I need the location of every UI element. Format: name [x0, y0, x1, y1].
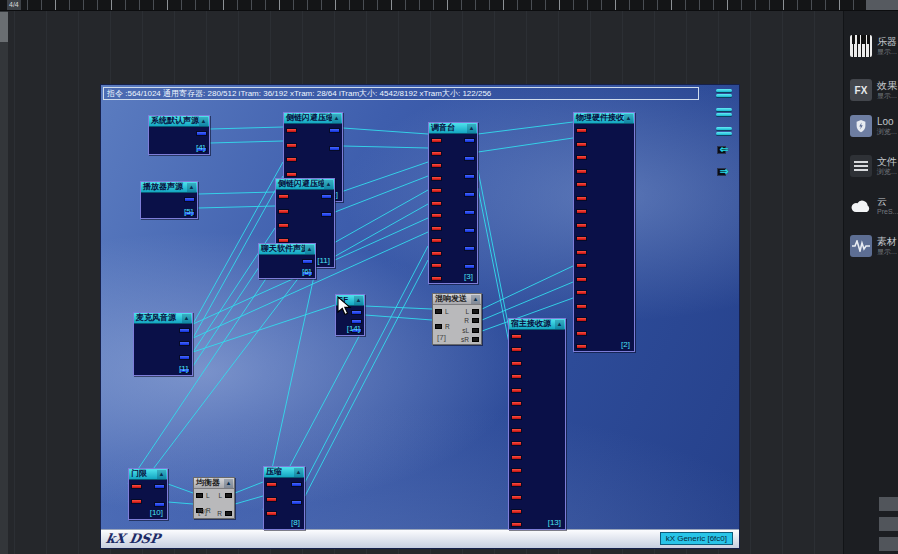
collapse-button[interactable]: ▲ — [324, 180, 333, 189]
output-port[interactable] — [154, 484, 165, 489]
output-port[interactable] — [291, 500, 302, 505]
collapse-button[interactable]: ▲ — [471, 295, 480, 304]
input-port[interactable] — [131, 499, 142, 504]
input-port[interactable] — [431, 188, 442, 193]
output-port[interactable] — [464, 138, 475, 143]
input-port[interactable] — [511, 495, 522, 500]
node-reverb-send[interactable]: 混响发送▲LRLRsLsR[7] — [432, 293, 482, 345]
output-port[interactable] — [196, 131, 207, 136]
sidebar-item-cloud[interactable]: 云PreS... — [850, 193, 898, 219]
input-port[interactable] — [431, 213, 442, 218]
input-port[interactable] — [576, 304, 587, 309]
input-port[interactable] — [576, 250, 587, 255]
node-title-bar[interactable]: 麦克风音源▲ — [134, 313, 192, 324]
sidebar-mini-button[interactable] — [879, 517, 898, 531]
input-port[interactable] — [431, 238, 442, 243]
input-port[interactable] — [511, 428, 522, 433]
input-port[interactable] — [286, 143, 297, 148]
collapse-button[interactable]: ▲ — [224, 479, 233, 488]
input-port[interactable] — [278, 209, 289, 214]
input-port[interactable] — [286, 128, 297, 133]
output-port[interactable] — [464, 246, 475, 251]
collapse-button[interactable]: ▲ — [157, 470, 166, 479]
input-port[interactable] — [131, 484, 142, 489]
input-port[interactable] — [435, 309, 442, 314]
input-port[interactable] — [196, 493, 203, 498]
collapse-button[interactable]: ▲ — [305, 245, 314, 254]
collapsed-module-icon[interactable] — [716, 108, 732, 118]
input-port[interactable] — [576, 209, 587, 214]
node-title-bar[interactable]: 宿主接收源▲ — [509, 319, 565, 330]
output-port[interactable] — [464, 192, 475, 197]
input-port[interactable] — [576, 142, 587, 147]
input-port[interactable] — [286, 157, 297, 162]
input-port[interactable] — [278, 223, 289, 228]
output-port[interactable] — [225, 493, 232, 498]
node-title-bar[interactable]: 播放器声源▲ — [141, 182, 197, 193]
output-port[interactable] — [225, 511, 232, 516]
output-port[interactable] — [472, 309, 479, 314]
node-mixer[interactable]: 调音台▲[3] — [428, 122, 478, 284]
input-port[interactable] — [431, 263, 442, 268]
sidebar-item-pool[interactable]: 素材显示... — [850, 233, 898, 259]
sidebar-mini-button[interactable] — [879, 497, 898, 511]
output-port[interactable] — [464, 228, 475, 233]
collapse-button[interactable]: ▲ — [467, 124, 476, 133]
collapse-button[interactable]: ▲ — [624, 114, 633, 123]
input-port[interactable] — [511, 374, 522, 379]
input-port[interactable] — [576, 236, 587, 241]
output-port[interactable] — [329, 146, 340, 151]
sidebar-mini-button[interactable] — [879, 537, 898, 551]
input-port[interactable] — [511, 347, 522, 352]
input-port[interactable] — [511, 361, 522, 366]
timeline-ruler[interactable]: 4/4 — [0, 0, 898, 11]
output-port[interactable] — [179, 341, 190, 346]
output-port[interactable] — [464, 156, 475, 161]
output-port[interactable] — [291, 482, 302, 487]
input-port[interactable] — [511, 388, 522, 393]
output-port[interactable] — [472, 337, 479, 342]
input-port[interactable] — [576, 263, 587, 268]
input-port[interactable] — [576, 155, 587, 160]
collapse-button[interactable]: ▲ — [182, 314, 191, 323]
output-port[interactable] — [154, 502, 165, 507]
node-chat-app-source[interactable]: 聊天软件声源▲[6] — [258, 243, 316, 279]
input-port[interactable] — [511, 468, 522, 473]
input-port[interactable] — [576, 196, 587, 201]
input-port[interactable] — [511, 334, 522, 339]
input-port[interactable] — [576, 344, 587, 349]
input-port[interactable] — [576, 182, 587, 187]
collapsed-module-icon[interactable] — [716, 127, 732, 137]
input-port[interactable] — [576, 128, 587, 133]
node-gate[interactable]: 门限▲[10] — [128, 468, 168, 520]
device-tab[interactable]: kX Generic [6fc0] — [660, 532, 733, 545]
node-equalizer[interactable]: 均衡器▲LRLR[9] — [193, 477, 235, 519]
input-port[interactable] — [431, 251, 442, 256]
sidebar-item-piano[interactable]: 乐器显示... — [850, 33, 898, 59]
input-port[interactable] — [511, 455, 522, 460]
input-port[interactable] — [431, 176, 442, 181]
input-port[interactable] — [511, 415, 522, 420]
input-port[interactable] — [576, 277, 587, 282]
input-port[interactable] — [435, 324, 442, 329]
input-port[interactable] — [511, 509, 522, 514]
collapse-button[interactable]: ▲ — [555, 320, 564, 329]
output-port[interactable] — [321, 194, 332, 199]
input-port[interactable] — [576, 169, 587, 174]
ruler-scrollbar[interactable] — [866, 0, 898, 10]
node-title-bar[interactable]: 聊天软件声源▲ — [259, 244, 315, 255]
node-system-default-source[interactable]: 系统默认声源▲[4] — [148, 115, 210, 155]
output-port[interactable] — [321, 212, 332, 217]
input-port[interactable] — [431, 163, 442, 168]
node-title-bar[interactable]: 系统默认声源▲ — [149, 116, 209, 127]
output-port[interactable] — [329, 128, 340, 133]
input-port[interactable] — [431, 276, 442, 281]
output-port[interactable] — [302, 259, 313, 264]
node-title-bar[interactable]: 压缩▲ — [264, 467, 304, 478]
collapse-button[interactable]: ▲ — [187, 183, 196, 192]
input-port[interactable] — [576, 290, 587, 295]
output-port[interactable] — [472, 328, 479, 333]
node-title-bar[interactable]: 混响发送▲ — [433, 294, 481, 305]
sidebar-item-loops[interactable]: Loo浏览... — [850, 113, 898, 139]
collapse-button[interactable]: ▲ — [332, 114, 341, 123]
